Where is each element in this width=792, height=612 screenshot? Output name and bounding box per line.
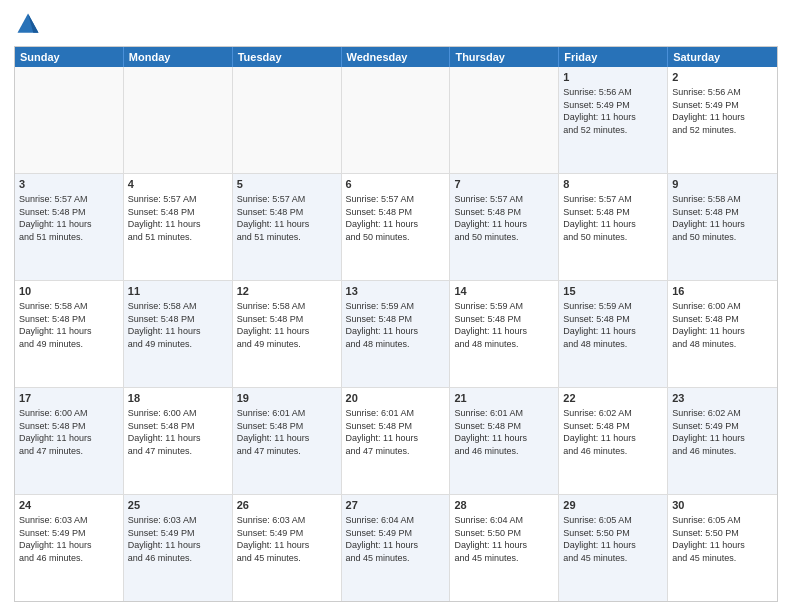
calendar-cell-21: 21Sunrise: 6:01 AM Sunset: 5:48 PM Dayli… — [450, 388, 559, 494]
day-number: 6 — [346, 177, 446, 192]
calendar-cell-empty-0-3 — [342, 67, 451, 173]
cell-info: Sunrise: 5:58 AM Sunset: 5:48 PM Dayligh… — [672, 194, 745, 242]
day-number: 27 — [346, 498, 446, 513]
calendar-cell-23: 23Sunrise: 6:02 AM Sunset: 5:49 PM Dayli… — [668, 388, 777, 494]
calendar-header: SundayMondayTuesdayWednesdayThursdayFrid… — [15, 47, 777, 67]
calendar-row-0: 1Sunrise: 5:56 AM Sunset: 5:49 PM Daylig… — [15, 67, 777, 173]
header-cell-monday: Monday — [124, 47, 233, 67]
calendar-cell-10: 10Sunrise: 5:58 AM Sunset: 5:48 PM Dayli… — [15, 281, 124, 387]
day-number: 11 — [128, 284, 228, 299]
page: SundayMondayTuesdayWednesdayThursdayFrid… — [0, 0, 792, 612]
calendar-cell-30: 30Sunrise: 6:05 AM Sunset: 5:50 PM Dayli… — [668, 495, 777, 601]
cell-info: Sunrise: 6:04 AM Sunset: 5:50 PM Dayligh… — [454, 515, 527, 563]
calendar-cell-12: 12Sunrise: 5:58 AM Sunset: 5:48 PM Dayli… — [233, 281, 342, 387]
cell-info: Sunrise: 6:00 AM Sunset: 5:48 PM Dayligh… — [19, 408, 92, 456]
calendar-cell-15: 15Sunrise: 5:59 AM Sunset: 5:48 PM Dayli… — [559, 281, 668, 387]
cell-info: Sunrise: 6:05 AM Sunset: 5:50 PM Dayligh… — [672, 515, 745, 563]
header — [14, 10, 778, 38]
cell-info: Sunrise: 5:59 AM Sunset: 5:48 PM Dayligh… — [346, 301, 419, 349]
day-number: 29 — [563, 498, 663, 513]
cell-info: Sunrise: 5:57 AM Sunset: 5:48 PM Dayligh… — [237, 194, 310, 242]
calendar-cell-5: 5Sunrise: 5:57 AM Sunset: 5:48 PM Daylig… — [233, 174, 342, 280]
calendar-cell-25: 25Sunrise: 6:03 AM Sunset: 5:49 PM Dayli… — [124, 495, 233, 601]
day-number: 18 — [128, 391, 228, 406]
calendar-cell-16: 16Sunrise: 6:00 AM Sunset: 5:48 PM Dayli… — [668, 281, 777, 387]
cell-info: Sunrise: 6:05 AM Sunset: 5:50 PM Dayligh… — [563, 515, 636, 563]
calendar-cell-22: 22Sunrise: 6:02 AM Sunset: 5:48 PM Dayli… — [559, 388, 668, 494]
day-number: 23 — [672, 391, 773, 406]
calendar-row-4: 24Sunrise: 6:03 AM Sunset: 5:49 PM Dayli… — [15, 494, 777, 601]
day-number: 17 — [19, 391, 119, 406]
header-cell-tuesday: Tuesday — [233, 47, 342, 67]
cell-info: Sunrise: 6:02 AM Sunset: 5:49 PM Dayligh… — [672, 408, 745, 456]
calendar-row-2: 10Sunrise: 5:58 AM Sunset: 5:48 PM Dayli… — [15, 280, 777, 387]
cell-info: Sunrise: 6:00 AM Sunset: 5:48 PM Dayligh… — [128, 408, 201, 456]
day-number: 24 — [19, 498, 119, 513]
header-cell-friday: Friday — [559, 47, 668, 67]
calendar-cell-19: 19Sunrise: 6:01 AM Sunset: 5:48 PM Dayli… — [233, 388, 342, 494]
calendar-cell-14: 14Sunrise: 5:59 AM Sunset: 5:48 PM Dayli… — [450, 281, 559, 387]
day-number: 4 — [128, 177, 228, 192]
calendar-cell-24: 24Sunrise: 6:03 AM Sunset: 5:49 PM Dayli… — [15, 495, 124, 601]
header-cell-wednesday: Wednesday — [342, 47, 451, 67]
day-number: 3 — [19, 177, 119, 192]
cell-info: Sunrise: 5:57 AM Sunset: 5:48 PM Dayligh… — [346, 194, 419, 242]
cell-info: Sunrise: 6:00 AM Sunset: 5:48 PM Dayligh… — [672, 301, 745, 349]
calendar-cell-27: 27Sunrise: 6:04 AM Sunset: 5:49 PM Dayli… — [342, 495, 451, 601]
calendar-cell-11: 11Sunrise: 5:58 AM Sunset: 5:48 PM Dayli… — [124, 281, 233, 387]
calendar-cell-empty-0-4 — [450, 67, 559, 173]
cell-info: Sunrise: 5:58 AM Sunset: 5:48 PM Dayligh… — [237, 301, 310, 349]
day-number: 1 — [563, 70, 663, 85]
cell-info: Sunrise: 5:57 AM Sunset: 5:48 PM Dayligh… — [19, 194, 92, 242]
day-number: 12 — [237, 284, 337, 299]
header-cell-saturday: Saturday — [668, 47, 777, 67]
cell-info: Sunrise: 5:56 AM Sunset: 5:49 PM Dayligh… — [563, 87, 636, 135]
calendar-row-1: 3Sunrise: 5:57 AM Sunset: 5:48 PM Daylig… — [15, 173, 777, 280]
calendar-cell-29: 29Sunrise: 6:05 AM Sunset: 5:50 PM Dayli… — [559, 495, 668, 601]
calendar-body: 1Sunrise: 5:56 AM Sunset: 5:49 PM Daylig… — [15, 67, 777, 601]
day-number: 10 — [19, 284, 119, 299]
calendar-cell-17: 17Sunrise: 6:00 AM Sunset: 5:48 PM Dayli… — [15, 388, 124, 494]
calendar-cell-13: 13Sunrise: 5:59 AM Sunset: 5:48 PM Dayli… — [342, 281, 451, 387]
day-number: 13 — [346, 284, 446, 299]
day-number: 7 — [454, 177, 554, 192]
logo-icon — [14, 10, 42, 38]
cell-info: Sunrise: 6:01 AM Sunset: 5:48 PM Dayligh… — [454, 408, 527, 456]
day-number: 14 — [454, 284, 554, 299]
cell-info: Sunrise: 6:01 AM Sunset: 5:48 PM Dayligh… — [237, 408, 310, 456]
day-number: 8 — [563, 177, 663, 192]
calendar-cell-2: 2Sunrise: 5:56 AM Sunset: 5:49 PM Daylig… — [668, 67, 777, 173]
calendar-cell-7: 7Sunrise: 5:57 AM Sunset: 5:48 PM Daylig… — [450, 174, 559, 280]
calendar-cell-empty-0-1 — [124, 67, 233, 173]
day-number: 21 — [454, 391, 554, 406]
calendar-cell-3: 3Sunrise: 5:57 AM Sunset: 5:48 PM Daylig… — [15, 174, 124, 280]
header-cell-thursday: Thursday — [450, 47, 559, 67]
cell-info: Sunrise: 6:03 AM Sunset: 5:49 PM Dayligh… — [19, 515, 92, 563]
day-number: 20 — [346, 391, 446, 406]
calendar-cell-9: 9Sunrise: 5:58 AM Sunset: 5:48 PM Daylig… — [668, 174, 777, 280]
calendar-cell-28: 28Sunrise: 6:04 AM Sunset: 5:50 PM Dayli… — [450, 495, 559, 601]
day-number: 2 — [672, 70, 773, 85]
calendar-cell-18: 18Sunrise: 6:00 AM Sunset: 5:48 PM Dayli… — [124, 388, 233, 494]
calendar-cell-empty-0-2 — [233, 67, 342, 173]
day-number: 22 — [563, 391, 663, 406]
day-number: 19 — [237, 391, 337, 406]
day-number: 9 — [672, 177, 773, 192]
calendar: SundayMondayTuesdayWednesdayThursdayFrid… — [14, 46, 778, 602]
cell-info: Sunrise: 5:57 AM Sunset: 5:48 PM Dayligh… — [563, 194, 636, 242]
logo — [14, 10, 44, 38]
day-number: 30 — [672, 498, 773, 513]
cell-info: Sunrise: 5:58 AM Sunset: 5:48 PM Dayligh… — [128, 301, 201, 349]
cell-info: Sunrise: 6:03 AM Sunset: 5:49 PM Dayligh… — [237, 515, 310, 563]
calendar-row-3: 17Sunrise: 6:00 AM Sunset: 5:48 PM Dayli… — [15, 387, 777, 494]
cell-info: Sunrise: 6:03 AM Sunset: 5:49 PM Dayligh… — [128, 515, 201, 563]
calendar-cell-8: 8Sunrise: 5:57 AM Sunset: 5:48 PM Daylig… — [559, 174, 668, 280]
day-number: 25 — [128, 498, 228, 513]
calendar-cell-1: 1Sunrise: 5:56 AM Sunset: 5:49 PM Daylig… — [559, 67, 668, 173]
cell-info: Sunrise: 6:04 AM Sunset: 5:49 PM Dayligh… — [346, 515, 419, 563]
calendar-cell-20: 20Sunrise: 6:01 AM Sunset: 5:48 PM Dayli… — [342, 388, 451, 494]
day-number: 5 — [237, 177, 337, 192]
cell-info: Sunrise: 5:58 AM Sunset: 5:48 PM Dayligh… — [19, 301, 92, 349]
cell-info: Sunrise: 5:59 AM Sunset: 5:48 PM Dayligh… — [563, 301, 636, 349]
cell-info: Sunrise: 5:59 AM Sunset: 5:48 PM Dayligh… — [454, 301, 527, 349]
